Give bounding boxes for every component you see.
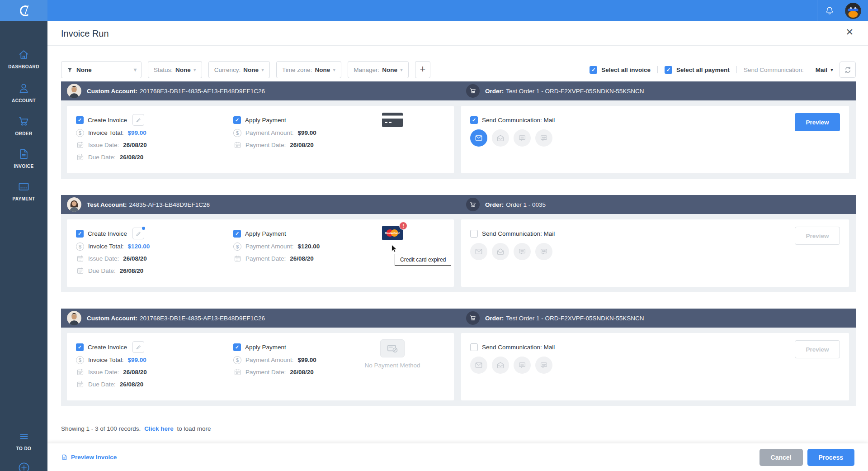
apply-payment-checkbox[interactable]: ✓ [233, 343, 241, 351]
select-all-payment-checkbox[interactable]: ✓ [665, 66, 672, 74]
dollar-icon: $ [233, 356, 241, 364]
sidebar-item-new[interactable]: NEW [0, 461, 47, 471]
invoice-run-card: Custom Account: 201768E3-DB1E-4835-AF13-… [61, 81, 856, 179]
records-text: Showing 1 - 3 of 100 records. [61, 425, 141, 432]
communication-panel: Send Communication: Mail Preview [461, 333, 849, 400]
records-suffix: to load more [177, 425, 211, 432]
app-logo[interactable] [0, 0, 47, 21]
edit-invoice-button[interactable] [132, 341, 144, 353]
send-communication-checkbox[interactable] [470, 343, 478, 351]
edit-invoice-button[interactable] [132, 114, 144, 126]
letter-channel-icon[interactable] [492, 129, 509, 147]
check-icon: ✓ [78, 118, 82, 123]
select-all-invoice-label[interactable]: Select all invoice [601, 67, 651, 73]
preview-invoice-link[interactable]: Preview Invoice [61, 454, 117, 461]
sms-channel-icon[interactable] [514, 357, 531, 374]
process-button[interactable]: Process [807, 449, 854, 466]
select-all-payment-label[interactable]: Select all payment [676, 67, 730, 73]
mail-channel-icon[interactable] [470, 129, 487, 147]
create-invoice-label[interactable]: Create Invoice [88, 344, 127, 351]
preview-button[interactable]: Preview [795, 340, 840, 358]
sidebar-label: ACCOUNT [12, 98, 36, 103]
check-icon: ✓ [666, 67, 670, 72]
sidebar-item-invoice[interactable]: INVOICE [0, 148, 47, 169]
notifications-bell-icon[interactable] [817, 0, 841, 21]
select-all-invoice-checkbox[interactable]: ✓ [590, 66, 597, 74]
no-payment-method-icon [380, 339, 405, 357]
edit-invoice-button[interactable] [132, 228, 144, 239]
preview-button[interactable]: Preview [795, 227, 840, 245]
voicemail-channel-icon[interactable] [535, 357, 552, 374]
order-label: Order: [485, 315, 504, 322]
load-more-link[interactable]: Click here [144, 425, 174, 432]
card-header: Custom Account: 201768E3-DB1E-4835-AF13-… [61, 309, 856, 328]
plus-circle-icon [17, 461, 31, 471]
document-icon [61, 454, 68, 461]
close-icon[interactable]: ✕ [845, 27, 854, 37]
account-label: Test Account: [87, 201, 127, 208]
apply-payment-label[interactable]: Apply Payment [245, 230, 286, 237]
send-communication-label[interactable]: Send Communication: Mail [482, 344, 555, 351]
sidebar-item-todo[interactable]: TO DO [0, 431, 47, 451]
communication-type-dropdown[interactable]: Mail ▾ [816, 67, 833, 73]
order-value: Test Order 1 - ORD-F2XVPF-05SNDKN-55KSNC… [506, 315, 644, 322]
refresh-button[interactable] [840, 62, 856, 78]
account-value: 24835-AF13-EB48D9EF1C26 [129, 201, 210, 208]
account-avatar [67, 197, 81, 212]
sms-channel-icon[interactable] [514, 243, 531, 260]
add-filter-button[interactable]: + [415, 61, 430, 78]
dollar-icon: $ [76, 356, 84, 364]
sidebar-item-account[interactable]: ACCOUNT [0, 82, 47, 103]
calendar-icon [76, 141, 84, 149]
sidebar-label: DASHBOARD [8, 64, 39, 69]
card-header: Custom Account: 201768E3-DB1E-4835-AF13-… [61, 81, 856, 100]
credit-card-expired-tooltip: Credit card expired [395, 254, 451, 266]
preview-button[interactable]: Preview [795, 113, 840, 131]
chevron-down-icon: ▾ [400, 67, 403, 73]
apply-payment-label[interactable]: Apply Payment [245, 344, 286, 351]
order-label: Order: [485, 201, 504, 208]
mastercard-icon[interactable]: MasterCard ! [382, 226, 403, 240]
letter-channel-icon[interactable] [492, 357, 509, 374]
timezone-dropdown[interactable]: Time zone: None ▾ [276, 61, 341, 78]
send-communication-checkbox[interactable] [470, 230, 478, 238]
letter-channel-icon[interactable] [492, 243, 509, 260]
account-value: 201768E3-DB1E-4835-AF13-EB48D9EF1C26 [140, 88, 265, 95]
invoice-run-card: Test Account: 24835-AF13-EB48D9EF1C26 Or… [61, 195, 856, 292]
apply-payment-checkbox[interactable]: ✓ [233, 230, 241, 238]
manager-dropdown[interactable]: Manager: None ▾ [348, 61, 409, 78]
create-invoice-label[interactable]: Create Invoice [88, 117, 127, 124]
voicemail-channel-icon[interactable] [535, 129, 552, 147]
dollar-icon: $ [76, 243, 84, 251]
check-icon: ✓ [78, 231, 82, 236]
voicemail-channel-icon[interactable] [535, 243, 552, 260]
mail-channel-icon[interactable] [470, 357, 487, 374]
mail-channel-icon[interactable] [470, 243, 487, 260]
status-dropdown[interactable]: Status: None ▾ [148, 61, 202, 78]
create-invoice-label[interactable]: Create Invoice [88, 230, 127, 237]
error-badge: ! [399, 222, 407, 230]
apply-payment-label[interactable]: Apply Payment [245, 117, 286, 124]
sms-channel-icon[interactable] [514, 129, 531, 147]
apply-payment-checkbox[interactable]: ✓ [233, 116, 241, 124]
sidebar-item-order[interactable]: ORDER [0, 115, 47, 136]
currency-dropdown[interactable]: Currency: None ▾ [208, 61, 270, 78]
account-avatar [67, 84, 81, 98]
filter-dropdown[interactable]: None ▾ [61, 61, 142, 78]
account-avatar [67, 311, 81, 325]
user-avatar[interactable] [845, 3, 861, 19]
sidebar-item-dashboard[interactable]: DASHBOARD [0, 48, 47, 69]
sidebar-item-payment[interactable]: PAYMENT [0, 181, 47, 201]
send-communication-label[interactable]: Send Communication: Mail [482, 230, 555, 237]
send-communication-checkbox[interactable]: ✓ [470, 116, 478, 124]
create-invoice-checkbox[interactable]: ✓ [76, 230, 84, 238]
calendar-icon [76, 255, 84, 262]
cancel-button[interactable]: Cancel [760, 449, 803, 466]
create-invoice-checkbox[interactable]: ✓ [76, 116, 84, 124]
create-invoice-checkbox[interactable]: ✓ [76, 343, 84, 351]
send-communication-label[interactable]: Send Communication: Mail [482, 117, 555, 124]
chevron-down-icon: ▾ [193, 67, 196, 73]
order-label: Order: [485, 88, 504, 95]
person-icon [18, 82, 30, 95]
sidebar-label: PAYMENT [12, 196, 35, 201]
